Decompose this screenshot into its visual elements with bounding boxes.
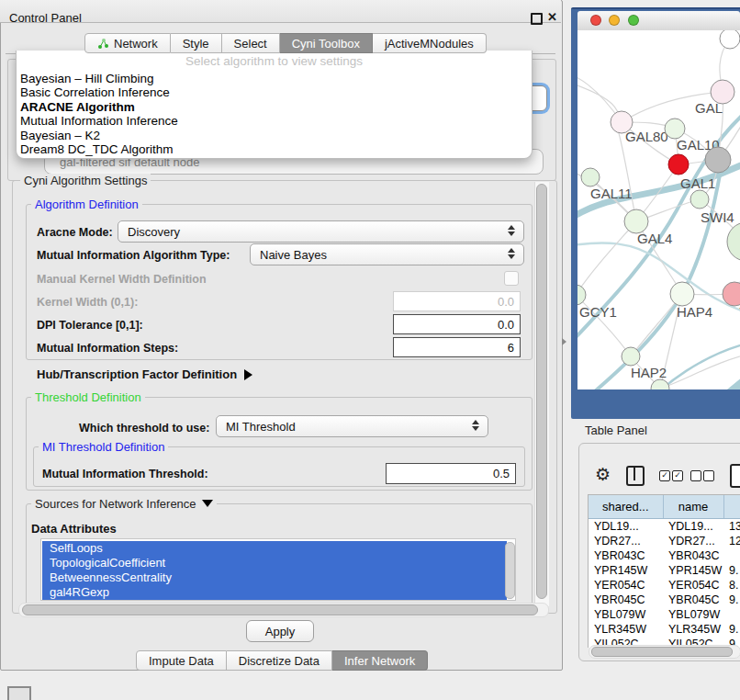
dropdown-item-aracne-algorithm[interactable]: ARACNE Algorithm [17,100,532,114]
network-node-gal11[interactable] [581,168,600,186]
minimize-traffic-light-icon[interactable] [609,15,620,26]
docked-window-icon[interactable] [7,686,31,700]
tab-discretize-data[interactable]: Discretize Data [227,650,332,671]
tab-style[interactable]: Style [171,33,222,53]
network-node-swi4[interactable] [690,190,709,209]
column-header-name[interactable]: name [663,495,723,519]
collapse-down-icon[interactable] [202,500,213,507]
mi-type-combo[interactable]: Naive Bayes [250,243,524,265]
kernel-width-field[interactable]: 0.0 [393,291,521,311]
mi-threshold-field[interactable]: 0.5 [386,463,516,484]
tab-infer-network[interactable]: Infer Network [332,650,428,671]
which-threshold-combo[interactable]: MI Threshold [216,415,488,437]
close-traffic-light-icon[interactable] [590,15,601,26]
table-header-row[interactable]: shared...name [589,495,740,519]
network-edge[interactable] [577,221,636,295]
apply-button[interactable]: Apply [246,620,314,642]
close-icon[interactable]: ✕ [547,10,557,24]
screenshot-stage: Control Panel ✕ NetworkStyleSelectCyni T… [0,0,740,700]
table-function-icon[interactable] [730,464,740,488]
table-row[interactable]: YLR345WYLR345W9. [589,622,740,637]
network-edge[interactable] [695,368,740,390]
dropdown-item-basic-correlation-inference[interactable]: Basic Correlation Inference [17,85,532,99]
dpi-tolerance-label: DPI Tolerance [0,1]: [37,319,143,332]
tab-label: Network [114,37,158,51]
attribute-item-betweennesscentrality[interactable]: BetweennessCentrality [42,570,507,585]
dpi-tolerance-field[interactable]: 0.0 [393,314,521,334]
node-label-gal80: GAL80 [625,129,668,144]
network-node-hap4[interactable] [670,282,694,306]
splitter-collapse-icon[interactable] [562,338,566,345]
table-cell: YBR043C [589,548,663,563]
table-row[interactable]: YER054CYER054C8. [589,578,740,593]
network-node[interactable] [705,147,731,173]
sources-title-row[interactable]: Sources for Network Inference [31,497,217,511]
select-all-checkbox-icon[interactable]: ✓ [659,470,670,481]
node-label-gal4: GAL4 [637,231,672,246]
manual-kernel-checkbox[interactable] [504,271,519,286]
node-label-swi4: SWI4 [701,209,734,225]
network-node-hap2[interactable] [622,347,640,366]
select-all-checkbox-icon[interactable]: ✓ [672,470,683,481]
settings-horizontal-scrollbar-thumb[interactable] [22,604,538,615]
list-vertical-scrollbar-thumb[interactable] [505,542,515,599]
algorithm-definition-title: Algorithm Definition [31,198,142,211]
node-table-grid: shared...name YDL19...YDL19...13YDR27...… [589,495,740,648]
tab-cyni-toolbox[interactable]: Cyni Toolbox [280,33,373,53]
network-node-gal1[interactable] [668,154,689,175]
column-header-extra[interactable] [723,495,740,519]
table-panel-title: Table Panel [585,423,647,437]
network-edge[interactable] [660,352,740,389]
table-horizontal-scrollbar-thumb[interactable] [591,647,733,657]
aracne-mode-combo[interactable]: Discovery [118,220,524,243]
hub-section-label: Hub/Transcription Factor Definition [37,367,237,381]
network-node[interactable] [720,30,740,49]
tab-impute-data[interactable]: Impute Data [136,650,227,671]
table-row[interactable]: YDL19...YDL19...13 [589,519,740,535]
table-row[interactable]: YBR045CYBR045C9. [589,593,740,607]
table-row[interactable]: YBL079WYBL079W [589,607,740,622]
stepper-arrows-icon [508,225,515,236]
attribute-item-gal4rgexp[interactable]: gal4RGexp [42,585,507,600]
zoom-traffic-light-icon[interactable] [628,15,639,26]
deselect-all-checkbox-icon[interactable] [690,470,701,481]
column-layout-icon[interactable] [626,466,645,486]
float-window-icon[interactable] [531,13,543,25]
deselect-all-checkbox-icon[interactable] [703,470,714,481]
hub-section-toggle[interactable]: Hub/Transcription Factor Definition [37,367,252,381]
tab-jactivemnodules[interactable]: jActiveMNodules [373,33,487,53]
network-node-gcy1[interactable] [577,285,586,305]
network-edge[interactable] [619,133,636,221]
sources-title: Sources for Network Inference [35,497,196,511]
network-node[interactable] [727,222,740,261]
table-cell: YBR045C [589,593,663,607]
table-cell: YDL19... [589,519,663,535]
table-row[interactable]: YPR145WYPR145W9. [589,563,740,578]
node-label-gcy1: GCY1 [579,304,617,320]
node-label-hap2: HAP2 [631,365,667,380]
network-node-gal10[interactable] [665,119,685,139]
table-cell: YDR27... [589,534,663,548]
network-canvas[interactable]: GALGAL80GAL10GAL1GAL11SWI4GAL4GCY1HAP4YH… [577,30,740,390]
table-cell: YBR045C [663,593,723,607]
tab-label: jActiveMNodules [385,37,474,51]
table-row[interactable]: YDR27...YDR27...12 [589,534,740,548]
dropdown-item-mutual-information-inference[interactable]: Mutual Information Inference [17,114,532,128]
column-header-shared[interactable]: shared... [589,495,663,519]
dropdown-item-bayesian-k2[interactable]: Bayesian – K2 [17,129,532,142]
mi-steps-field[interactable]: 6 [393,337,521,357]
dropdown-item-dream8-dc-tdc-algorithm[interactable]: Dream8 DC_TDC Algorithm [17,142,532,156]
table-row[interactable]: YBR043CYBR043C [589,548,740,563]
tab-select[interactable]: Select [222,33,280,53]
expand-right-icon[interactable] [244,369,252,380]
attribute-item-topologicalcoefficient[interactable]: TopologicalCoefficient [42,556,507,570]
dropdown-item-bayesian-hill-climbing[interactable]: Bayesian – Hill Climbing [17,72,532,85]
gear-icon[interactable]: ⚙ [595,464,611,485]
settings-vertical-scrollbar-thumb[interactable] [536,184,547,599]
tab-network[interactable]: Network [84,33,171,53]
attribute-item-selfloops[interactable]: SelfLoops [42,541,507,556]
table-cell: YER054C [663,578,723,593]
network-node-y[interactable] [723,282,740,306]
node-label-gal: GAL [695,100,723,116]
aracne-mode-label: Aracne Mode: [37,226,113,239]
